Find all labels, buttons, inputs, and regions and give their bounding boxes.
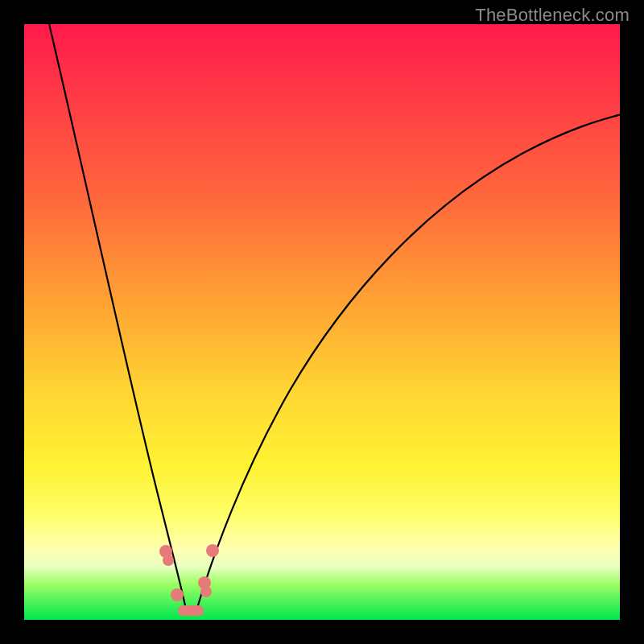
marker-left-lower bbox=[171, 588, 184, 601]
curves-svg bbox=[24, 24, 620, 620]
curve-left-branch bbox=[48, 20, 185, 605]
marker-valley-cap bbox=[178, 605, 204, 616]
watermark-text: TheBottleneck.com bbox=[475, 5, 630, 26]
plot-area bbox=[24, 24, 620, 620]
marker-right-upper bbox=[206, 544, 219, 557]
curve-right-branch bbox=[198, 114, 621, 605]
marker-left-upper-2 bbox=[163, 555, 174, 566]
marker-right-mid-2 bbox=[200, 586, 212, 597]
chart-frame: TheBottleneck.com bbox=[0, 0, 644, 644]
